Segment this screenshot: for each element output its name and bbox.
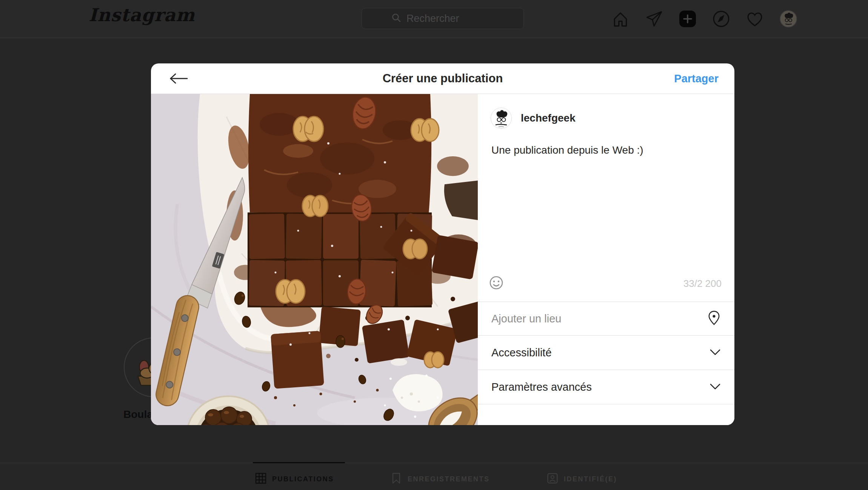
char-count: 33/2 200 — [683, 278, 722, 290]
chevron-down-icon — [709, 349, 721, 357]
modal-body: lechefgeek Une publication depuis le Web… — [151, 94, 734, 425]
add-location-label: Ajouter un lieu — [491, 313, 561, 325]
nav-icons — [612, 0, 797, 38]
home-icon[interactable] — [612, 10, 629, 28]
add-location-row[interactable]: Ajouter un lieu — [478, 302, 734, 336]
active-tab-indicator — [253, 462, 345, 463]
tab-enregistrements: ENREGISTREMENTS — [391, 473, 490, 486]
grid-icon — [255, 473, 266, 486]
user-avatar — [491, 108, 512, 129]
caption-text[interactable]: Une publication depuis le Web :) — [491, 143, 719, 157]
modal-header: Créer une publication Partager — [151, 63, 734, 94]
tab-label: ENREGISTREMENTS — [408, 475, 490, 483]
emoji-icon[interactable] — [489, 276, 503, 291]
accessibility-row[interactable]: Accessibilité — [478, 336, 734, 370]
accessibility-label: Accessibilité — [491, 347, 552, 359]
location-pin-icon — [707, 310, 721, 327]
modal-title: Créer une publication — [151, 72, 734, 85]
search-box[interactable] — [362, 8, 524, 29]
share-button[interactable]: Partager — [674, 72, 719, 85]
new-post-icon[interactable] — [679, 10, 696, 28]
tab-publications: PUBLICATIONS — [255, 473, 334, 486]
highlight-label: Boula — [123, 408, 153, 421]
activity-heart-icon[interactable] — [746, 10, 763, 28]
caption-panel: lechefgeek Une publication depuis le Web… — [478, 94, 734, 425]
search-icon — [391, 13, 401, 24]
chevron-down-icon — [709, 383, 721, 391]
search-input[interactable] — [406, 12, 494, 25]
tab-label: IDENTIFIÉ(E) — [564, 475, 617, 483]
advanced-settings-label: Paramètres avancés — [491, 381, 592, 393]
profile-avatar[interactable] — [780, 10, 797, 28]
tab-label: PUBLICATIONS — [272, 475, 334, 483]
post-photo — [151, 94, 478, 425]
back-arrow-icon[interactable] — [168, 72, 189, 85]
advanced-settings-row[interactable]: Paramètres avancés — [478, 370, 734, 404]
user-row: lechefgeek — [491, 108, 576, 129]
instagram-logo[interactable]: Instagram — [89, 5, 195, 25]
direct-messages-icon[interactable] — [645, 10, 663, 28]
tab-identifie: IDENTIFIÉ(E) — [547, 473, 617, 486]
create-post-modal: Créer une publication Partager — [151, 63, 734, 425]
profile-tabs-divider — [0, 463, 868, 463]
bookmark-icon — [391, 473, 402, 486]
explore-icon[interactable] — [713, 10, 730, 28]
emoji-row: 33/2 200 — [489, 276, 722, 291]
username: lechefgeek — [521, 112, 576, 124]
tagged-badge-icon — [547, 473, 558, 486]
top-nav: Instagram — [0, 0, 868, 38]
